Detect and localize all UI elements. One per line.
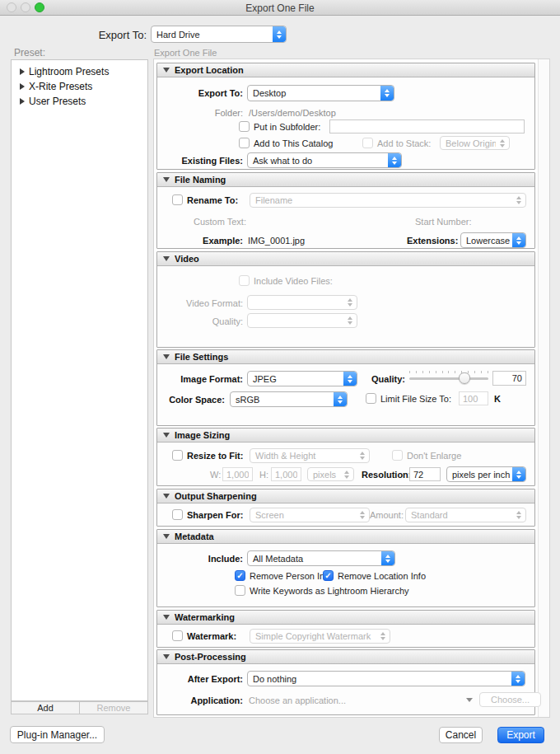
limit-file-size-checkbox[interactable] xyxy=(366,393,376,404)
section-header-post-processing[interactable]: Post-Processing xyxy=(157,650,534,664)
width-input[interactable] xyxy=(222,467,253,481)
export-to-destination-select[interactable]: Desktop xyxy=(247,85,394,101)
amount-value: Standard xyxy=(406,510,512,520)
folder-path: /Users/demo/Desktop xyxy=(249,108,336,118)
folder-label: Folder: xyxy=(157,108,243,118)
put-in-subfolder-checkbox[interactable] xyxy=(239,121,250,132)
add-to-stack-checkbox[interactable] xyxy=(362,138,373,148)
stepper-icon xyxy=(356,508,369,522)
example-value: IMG_0001.jpg xyxy=(248,236,305,246)
stepper-icon xyxy=(343,372,357,386)
application-dropdown-arrow-icon[interactable] xyxy=(466,698,473,702)
section-header-watermarking[interactable]: Watermarking xyxy=(157,611,534,625)
include-video-checkbox[interactable] xyxy=(239,275,250,286)
image-format-label: Image Format: xyxy=(157,374,243,384)
video-format-select[interactable] xyxy=(247,295,357,310)
section-header-output-sharpening[interactable]: Output Sharpening xyxy=(157,489,534,503)
resize-to-fit-value: Width & Height xyxy=(250,451,356,461)
cancel-button[interactable]: Cancel xyxy=(439,727,483,743)
section-header-video[interactable]: Video xyxy=(157,252,534,266)
resize-to-fit-checkbox[interactable] xyxy=(172,450,183,461)
sharpen-for-checkbox[interactable] xyxy=(172,509,183,520)
limit-file-size-label: Limit File Size To: xyxy=(380,394,451,404)
after-export-select[interactable]: Do nothing xyxy=(247,671,525,686)
remove-location-label: Remove Location Info xyxy=(338,571,426,581)
disclosure-triangle-icon[interactable] xyxy=(20,98,25,105)
remove-preset-button[interactable]: Remove xyxy=(79,701,148,714)
resize-to-fit-select[interactable]: Width & Height xyxy=(250,448,370,463)
height-label: H: xyxy=(259,470,268,480)
rename-to-checkbox[interactable] xyxy=(172,194,183,205)
section-title: File Settings xyxy=(175,352,228,362)
color-space-value: sRGB xyxy=(231,395,334,405)
subfolder-input[interactable] xyxy=(329,119,525,133)
extensions-select[interactable]: Lowercase xyxy=(460,232,526,248)
rename-to-select[interactable]: Filename xyxy=(250,193,526,208)
choose-application-button[interactable]: Choose... xyxy=(479,692,541,707)
preset-item-user[interactable]: User Presets xyxy=(12,94,147,109)
dont-enlarge-checkbox[interactable] xyxy=(392,450,403,461)
add-preset-button[interactable]: Add xyxy=(11,701,80,714)
include-select[interactable]: All Metadata xyxy=(247,550,395,566)
section-header-image-sizing[interactable]: Image Sizing xyxy=(157,429,534,443)
quality-label: Quality: xyxy=(371,374,405,384)
watermark-checkbox[interactable] xyxy=(172,630,183,641)
scrollbar[interactable] xyxy=(538,59,549,717)
amount-select[interactable]: Standard xyxy=(405,508,526,522)
size-unit-select[interactable]: pixels xyxy=(307,467,354,481)
rename-to-label: Rename To: xyxy=(187,195,238,205)
video-quality-label: Quality: xyxy=(157,316,243,326)
quality-input[interactable] xyxy=(492,371,526,386)
color-space-select[interactable]: sRGB xyxy=(230,391,348,407)
height-input[interactable] xyxy=(271,467,301,481)
add-to-catalog-checkbox[interactable] xyxy=(239,138,250,148)
remove-person-checkbox[interactable] xyxy=(235,570,245,581)
video-quality-select[interactable] xyxy=(247,313,357,328)
preset-item-xrite[interactable]: X-Rite Presets xyxy=(12,79,147,94)
disclosure-triangle-icon[interactable] xyxy=(20,68,25,75)
slider-ticks xyxy=(409,371,488,373)
export-button[interactable]: Export xyxy=(497,727,544,743)
stepper-icon xyxy=(496,137,509,149)
stepper-icon xyxy=(512,508,525,522)
quality-slider[interactable] xyxy=(409,371,488,384)
write-keywords-checkbox[interactable] xyxy=(235,585,245,596)
plugin-manager-button[interactable]: Plug-in Manager... xyxy=(10,726,105,743)
preset-item-label: User Presets xyxy=(29,96,86,107)
collapse-triangle-icon xyxy=(163,433,170,438)
stepper-icon xyxy=(343,296,357,309)
add-to-stack-select[interactable]: Below Original xyxy=(440,136,510,150)
section-header-file-naming[interactable]: File Naming xyxy=(157,173,534,187)
stepper-icon xyxy=(511,672,525,686)
width-label: W: xyxy=(210,470,221,480)
start-number-label: Start Number: xyxy=(415,217,471,227)
section-header-file-settings[interactable]: File Settings xyxy=(157,350,534,364)
remove-location-checkbox[interactable] xyxy=(323,570,334,581)
dont-enlarge-label: Don't Enlarge xyxy=(407,451,461,461)
resolution-input[interactable] xyxy=(409,467,441,481)
existing-files-select[interactable]: Ask what to do xyxy=(247,152,402,168)
custom-text-label: Custom Text: xyxy=(194,217,246,227)
section-header-export-location[interactable]: Export Location xyxy=(157,63,534,77)
collapse-triangle-icon xyxy=(163,68,170,73)
preset-item-label: X-Rite Presets xyxy=(29,81,92,92)
image-format-select[interactable]: JPEG xyxy=(247,371,357,386)
collapse-triangle-icon xyxy=(163,256,170,261)
slider-track[interactable] xyxy=(409,377,488,380)
stepper-icon xyxy=(356,449,369,462)
image-format-value: JPEG xyxy=(248,374,343,384)
watermark-select[interactable]: Simple Copyright Watermark xyxy=(250,629,390,644)
slider-thumb[interactable] xyxy=(459,372,470,384)
stepper-icon xyxy=(380,86,394,101)
limit-file-size-input[interactable] xyxy=(459,391,488,405)
after-export-value: Do nothing xyxy=(248,674,511,684)
section-video: Video Include Video Files: Video Format:… xyxy=(156,251,535,348)
preset-item-lightroom[interactable]: Lightroom Presets xyxy=(12,64,147,79)
export-to-select[interactable]: Hard Drive xyxy=(151,26,287,43)
disclosure-triangle-icon[interactable] xyxy=(20,83,25,90)
section-header-metadata[interactable]: Metadata xyxy=(157,530,534,544)
resolution-unit-select[interactable]: pixels per inch xyxy=(446,466,526,482)
preset-list[interactable]: Lightroom Presets X-Rite Presets User Pr… xyxy=(11,59,148,701)
sharpen-for-label: Sharpen For: xyxy=(187,510,243,520)
sharpen-for-select[interactable]: Screen xyxy=(250,508,370,522)
